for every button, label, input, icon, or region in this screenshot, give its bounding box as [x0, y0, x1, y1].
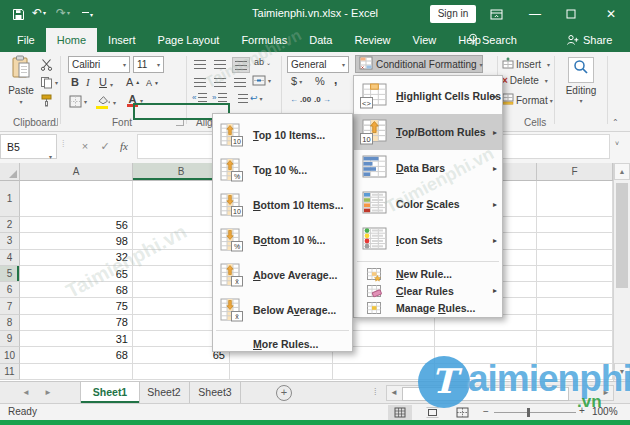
- borders-button[interactable]: ▾: [69, 95, 87, 108]
- percent-style-button[interactable]: %: [315, 75, 325, 87]
- scroll-up-icon[interactable]: ▲: [614, 163, 630, 180]
- normal-view-button[interactable]: [388, 405, 412, 420]
- confirm-entry-button[interactable]: ✓: [96, 134, 114, 159]
- ribbon-display-options-icon[interactable]: [490, 8, 503, 24]
- column-header-f[interactable]: F: [537, 163, 613, 181]
- cell-E10[interactable]: [435, 347, 537, 363]
- font-name-combo[interactable]: Calibri▾: [68, 56, 130, 73]
- name-box[interactable]: B5▾: [0, 134, 57, 159]
- menu-item-top-10-items[interactable]: 10Top 10 Items...: [213, 117, 352, 152]
- vertical-scroll-thumb[interactable]: [616, 183, 628, 288]
- cell-A10[interactable]: 68: [20, 347, 133, 363]
- menu-item-below-average[interactable]: x̄Below Average...: [213, 292, 352, 327]
- cell-A8[interactable]: 78: [20, 315, 133, 331]
- align-right-button[interactable]: [232, 75, 248, 89]
- align-left-button[interactable]: [192, 75, 208, 89]
- zoom-out-button[interactable]: −: [483, 406, 489, 417]
- menu-item-above-average[interactable]: x̄Above Average...: [213, 257, 352, 292]
- name-box-resize-handle[interactable]: ⁞: [62, 139, 65, 149]
- scroll-down-icon[interactable]: ▼: [614, 363, 630, 380]
- tab-review[interactable]: Review: [343, 28, 401, 52]
- delete-cells-button[interactable]: ×Delete▾: [502, 75, 548, 86]
- horizontal-scroll-thumb[interactable]: [402, 387, 569, 401]
- cell-F1[interactable]: [537, 181, 613, 217]
- sheet-tab-sheet1[interactable]: Sheet1: [80, 382, 140, 403]
- fill-color-button[interactable]: ▾: [96, 95, 116, 109]
- cell-F2[interactable]: [537, 217, 613, 233]
- insert-function-button[interactable]: fx: [115, 134, 133, 159]
- cell-A4[interactable]: 32: [20, 250, 133, 266]
- menu-item-more-rules[interactable]: More Rules...: [213, 334, 352, 353]
- sheet-tab-sheet2[interactable]: Sheet2: [139, 382, 190, 403]
- format-painter-button[interactable]: [40, 94, 53, 107]
- zoom-in-button[interactable]: +: [579, 405, 585, 416]
- sign-in-button[interactable]: Sign in: [430, 5, 476, 23]
- increase-indent-button[interactable]: »: [212, 93, 227, 102]
- menu-item-top-10[interactable]: %Top 10 %...: [213, 152, 352, 187]
- close-button[interactable]: ✕: [598, 0, 624, 28]
- cell-F8[interactable]: [537, 315, 613, 331]
- tab-data[interactable]: Data: [298, 28, 343, 52]
- bottom-align-button[interactable]: [232, 57, 250, 73]
- menu-item-icon-sets[interactable]: Icon Sets▸: [354, 222, 502, 258]
- row-header-6[interactable]: 6: [0, 282, 20, 298]
- cell-A2[interactable]: 56: [20, 217, 133, 233]
- menu-item-top-bottom-rules[interactable]: 10Top/Bottom Rules▸: [354, 114, 502, 150]
- row-header-8[interactable]: 8: [0, 315, 20, 331]
- cell-C11[interactable]: [230, 364, 333, 380]
- tab-file[interactable]: File: [6, 28, 46, 52]
- cell-A7[interactable]: 75: [20, 298, 133, 314]
- row-header-3[interactable]: 3: [0, 233, 20, 249]
- menu-item-bottom-10[interactable]: %Bottom 10 %...: [213, 222, 352, 257]
- paste-button[interactable]: Paste ▾: [6, 55, 36, 105]
- tab-formulas[interactable]: Formulas: [230, 28, 298, 52]
- scroll-right-icon[interactable]: ►: [602, 388, 610, 397]
- underline-button[interactable]: U: [99, 76, 107, 88]
- italic-button[interactable]: I: [86, 76, 90, 88]
- cell-A3[interactable]: 98: [20, 233, 133, 249]
- cell-A11[interactable]: [20, 364, 133, 380]
- cell-A5[interactable]: 65: [20, 266, 133, 282]
- conditional-formatting-button[interactable]: Conditional Formatting ▾: [355, 55, 483, 73]
- top-align-button[interactable]: [192, 57, 208, 71]
- page-layout-view-button[interactable]: [420, 405, 444, 420]
- row-header-10[interactable]: 10: [0, 347, 20, 363]
- cell-A6[interactable]: 68: [20, 282, 133, 298]
- row-header-2[interactable]: 2: [0, 217, 20, 233]
- cell-E11[interactable]: [435, 364, 537, 380]
- cell-F10[interactable]: [537, 347, 613, 363]
- menu-item-clear-rules[interactable]: Clear Rules▸: [354, 282, 502, 299]
- menu-item-new-rule[interactable]: New Rule...: [354, 265, 502, 282]
- next-sheet-icon[interactable]: ►: [44, 388, 52, 397]
- new-sheet-button[interactable]: +: [276, 385, 292, 401]
- center-button[interactable]: [212, 75, 228, 89]
- menu-item-color-scales[interactable]: Color Scales▸: [354, 186, 502, 222]
- shrink-font-button[interactable]: A▼: [146, 78, 159, 88]
- menu-item-bottom-10-items[interactable]: 10Bottom 10 Items...: [213, 187, 352, 222]
- cell-F7[interactable]: [537, 298, 613, 314]
- tab-splitter-handle[interactable]: ⁞: [374, 387, 377, 397]
- merge-center-button[interactable]: ▾: [252, 75, 271, 86]
- row-header-9[interactable]: 9: [0, 331, 20, 347]
- menu-item-manage-rules[interactable]: Manage Rules...: [354, 299, 502, 316]
- copy-button[interactable]: ▾: [40, 76, 58, 89]
- row-header-1[interactable]: 1: [0, 181, 20, 217]
- cell-F11[interactable]: [537, 364, 613, 380]
- zoom-level[interactable]: 100%: [592, 406, 618, 417]
- cell-D11[interactable]: [333, 364, 435, 380]
- maximize-button[interactable]: [558, 0, 584, 28]
- grow-font-button[interactable]: A▲: [126, 76, 140, 88]
- clipboard-dialog-launcher[interactable]: [50, 118, 58, 126]
- cell-A9[interactable]: 31: [20, 331, 133, 347]
- column-header-a[interactable]: A: [20, 163, 133, 181]
- increase-decimal-button[interactable]: ←.00: [290, 95, 311, 104]
- cell-A1[interactable]: [20, 181, 133, 217]
- middle-align-button[interactable]: [212, 57, 228, 71]
- cell-E9[interactable]: [435, 331, 537, 347]
- minimize-button[interactable]: —: [522, 0, 548, 28]
- select-all-corner[interactable]: [0, 163, 20, 181]
- cell-B11[interactable]: [133, 364, 230, 380]
- horizontal-scrollbar[interactable]: ◄ ►: [386, 385, 614, 401]
- bold-button[interactable]: B: [71, 76, 79, 88]
- cancel-entry-button[interactable]: ×: [76, 134, 94, 159]
